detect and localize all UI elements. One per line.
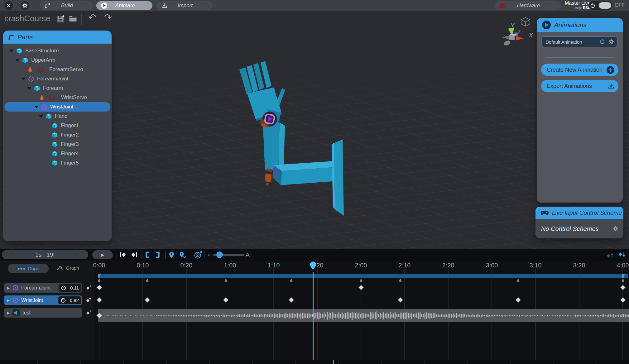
open-folder-icon[interactable] [69, 15, 77, 22]
redo-button[interactable]: ↷ [104, 12, 112, 23]
minimap-playhead [333, 360, 334, 364]
tree-item-forearm[interactable]: Forearm [3, 84, 112, 93]
range-start-handle[interactable] [98, 274, 101, 278]
expander-icon[interactable] [27, 87, 31, 90]
master-live-toggle[interactable] [588, 1, 612, 10]
expander-icon[interactable] [21, 78, 26, 80]
track-row-test[interactable]: ▶test [4, 308, 82, 318]
expander-icon[interactable] [39, 115, 43, 118]
hardware-button[interactable]: Hardware [495, 1, 561, 10]
tree-item-finger1[interactable]: Finger1 [3, 121, 112, 130]
summary-keyframe-dot [98, 279, 100, 282]
tree-item-label: WristJoint [50, 104, 73, 110]
next-keyframe-icon[interactable] [130, 251, 138, 258]
prev-keyframe-icon[interactable] [119, 251, 127, 258]
plus-icon [606, 66, 615, 74]
servo-icon [37, 66, 44, 73]
tree-item-finger5[interactable]: Finger5 [3, 158, 112, 168]
ruler-label: 2:20 [434, 262, 462, 269]
target-icon[interactable] [194, 251, 202, 259]
track-value-badge[interactable]: 0.11 [59, 284, 81, 292]
marker-pin-icon[interactable] [168, 251, 175, 259]
dope-sheet-button[interactable]: ◆◆◆ Dope [8, 264, 49, 273]
import-icon [160, 2, 168, 9]
add-keyframe-icon[interactable] [85, 297, 92, 304]
settings-button[interactable] [21, 1, 29, 10]
track-value: 0.11 [70, 285, 79, 290]
track-value: 0.82 [70, 298, 79, 303]
timeline-minimap[interactable] [0, 360, 629, 364]
expander-icon[interactable]: ▶ [7, 298, 10, 303]
live-input-gear-icon[interactable] [613, 226, 618, 232]
toggle-knob[interactable] [599, 2, 611, 9]
expander-icon[interactable] [9, 50, 14, 52]
animations-title: Animations [554, 21, 587, 29]
add-keyframe-icon[interactable] [85, 284, 92, 291]
keyframe-diamond[interactable] [620, 285, 625, 290]
close-button[interactable] [4, 1, 13, 10]
export-animations-button[interactable]: Export Animations [541, 80, 618, 92]
tree-item-forearmservo[interactable]: ForearmServo [3, 65, 112, 74]
play-button[interactable]: ▶ [92, 250, 113, 259]
timeline-range-bar[interactable] [98, 274, 628, 278]
track-value-badge[interactable]: 0.82 [58, 296, 81, 304]
loop-start-icon[interactable] [144, 251, 151, 258]
tree-item-finger3[interactable]: Finger3 [3, 140, 112, 149]
track-row-wristjoint[interactable]: ▶WristJoint0.82 [4, 295, 82, 305]
create-animation-button[interactable]: Create New Animation [541, 64, 618, 76]
save-icon[interactable] [56, 15, 65, 23]
tree-item-wristjoint[interactable]: WristJoint [4, 102, 110, 112]
undo-button[interactable]: ↶ [89, 12, 96, 23]
opacity-slider-knob[interactable] [216, 251, 223, 258]
tree-item-finger2[interactable]: Finger2 [3, 130, 112, 140]
keyframe-diamond[interactable] [97, 285, 102, 290]
tree-item-label: ForearmServo [49, 66, 83, 73]
joint-icon [28, 76, 34, 82]
ruler-label: 0:00 [85, 262, 113, 269]
keyframe-diamond[interactable] [145, 297, 150, 302]
keyframe-diamond[interactable] [223, 297, 228, 302]
minimap-tick [339, 361, 339, 364]
expander-icon[interactable]: ▶ [7, 286, 10, 290]
keyframe-diamond[interactable] [289, 297, 294, 302]
keyframe-diamond[interactable] [620, 297, 625, 302]
playhead-line[interactable] [313, 272, 314, 360]
tree-item-hand[interactable]: Hand [3, 112, 112, 121]
minimap-tick [37, 361, 38, 364]
keyframe-up-icon[interactable] [606, 251, 614, 259]
expander-icon[interactable] [34, 106, 39, 108]
tree-item-wristservo[interactable]: WristServo [3, 93, 112, 102]
tree-item-finger4[interactable]: Finger4 [3, 149, 112, 158]
expander-icon[interactable] [15, 59, 20, 62]
expander-icon[interactable]: ▶ [7, 311, 10, 315]
tab-animate[interactable]: Animate [96, 1, 152, 10]
animation-gear-icon[interactable] [608, 39, 614, 45]
graph-editor-button[interactable]: Graph [57, 265, 79, 271]
keyframe-area[interactable]: 0:000:100:201:001:101:202:002:102:203:00… [94, 261, 629, 364]
tree-item-basestructure[interactable]: BaseStructure [3, 46, 112, 55]
keyframe-diamond[interactable] [516, 297, 521, 302]
time-display[interactable]: 1s : 19f [2, 250, 88, 259]
download-icon [607, 83, 615, 90]
tree-item-forearmjoint[interactable]: ForearmJoint [3, 74, 112, 84]
remove-marker-icon[interactable] [179, 251, 186, 259]
loop-icon[interactable] [599, 39, 605, 45]
audio-waveform[interactable] [94, 309, 629, 323]
tab-build-label: Build [52, 2, 93, 9]
keyframe-diamond[interactable] [97, 297, 102, 302]
range-end-handle[interactable] [622, 274, 625, 278]
power-icon [590, 3, 595, 8]
playhead-pin[interactable] [310, 261, 316, 272]
ruler-label: 4:00 [609, 262, 629, 269]
tree-item-upperarm[interactable]: UpperArm [3, 55, 112, 65]
add-keyframe-icon[interactable] [85, 309, 92, 316]
loop-end-icon[interactable] [155, 251, 161, 258]
keyframe-down-icon[interactable] [618, 251, 626, 259]
title-bar: crashCourse ↶ ↷ [0, 11, 629, 27]
keyframe-diamond[interactable] [398, 297, 403, 302]
tab-build[interactable]: Build [40, 1, 93, 10]
tab-import[interactable]: Import [156, 1, 213, 10]
animation-item[interactable]: Default Animation [541, 36, 618, 47]
track-row-forearmjoint[interactable]: ▶ForearmJoint0.11 [4, 283, 82, 293]
keyframe-diamond[interactable] [358, 285, 363, 290]
